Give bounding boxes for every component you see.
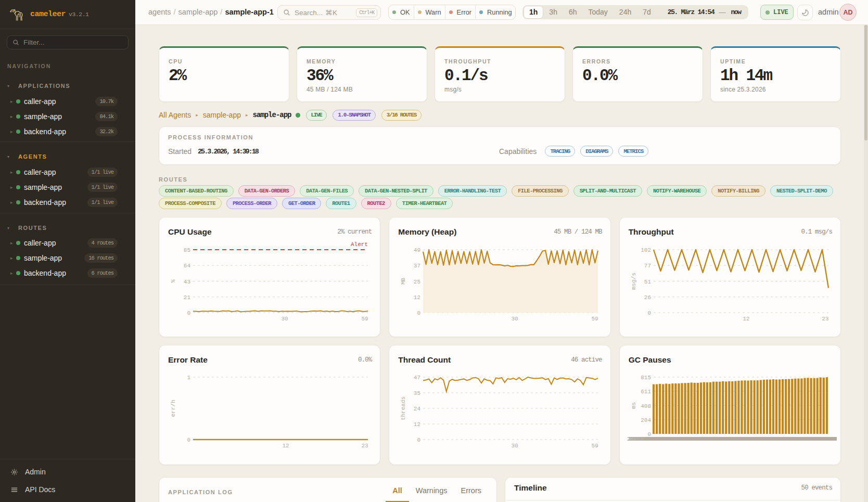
svg-text:MB: MB [400, 278, 406, 285]
svg-text:21: 21 [184, 294, 191, 301]
svg-text:35: 35 [414, 390, 420, 396]
svg-text:0: 0 [187, 310, 190, 316]
svg-text:12: 12 [414, 294, 420, 301]
svg-text:0: 0 [187, 437, 190, 443]
svg-text:0: 0 [417, 310, 421, 316]
svg-text:59: 59 [361, 316, 368, 322]
svg-text:49: 49 [414, 247, 420, 253]
svg-text:msg/s: msg/s [631, 273, 637, 290]
svg-text:12: 12 [414, 421, 420, 428]
svg-text:204: 204 [641, 417, 651, 423]
svg-text:0: 0 [417, 437, 421, 443]
svg-text:23: 23 [361, 443, 368, 449]
svg-text:37: 37 [414, 263, 420, 269]
svg-text:611: 611 [641, 389, 651, 395]
svg-text:12: 12 [282, 443, 289, 449]
svg-text:815: 815 [641, 375, 651, 381]
svg-text:30: 30 [512, 443, 518, 449]
svg-text:1: 1 [187, 375, 190, 381]
svg-text:59: 59 [592, 316, 598, 322]
svg-text:408: 408 [641, 403, 651, 409]
svg-text:102: 102 [641, 247, 651, 253]
svg-text:51: 51 [644, 279, 651, 285]
svg-text:77: 77 [644, 263, 650, 269]
svg-text:43: 43 [184, 279, 190, 285]
svg-text:24: 24 [414, 406, 421, 412]
svg-text:30: 30 [281, 316, 288, 322]
svg-text:64: 64 [184, 263, 191, 269]
svg-text:err/h: err/h [170, 400, 176, 417]
svg-text:25: 25 [414, 279, 420, 285]
svg-text:12: 12 [743, 316, 749, 322]
svg-text:85: 85 [184, 247, 190, 253]
svg-text:30: 30 [512, 316, 518, 322]
svg-text:23: 23 [822, 316, 828, 322]
svg-text:ms: ms [631, 402, 637, 409]
svg-text:47: 47 [414, 375, 420, 381]
svg-text:26: 26 [644, 294, 650, 301]
svg-text:59: 59 [592, 443, 598, 449]
svg-text:threads: threads [400, 396, 406, 420]
svg-text:%: % [170, 279, 176, 283]
svg-text:0: 0 [647, 310, 651, 316]
svg-text:Alert: Alert [351, 241, 368, 248]
